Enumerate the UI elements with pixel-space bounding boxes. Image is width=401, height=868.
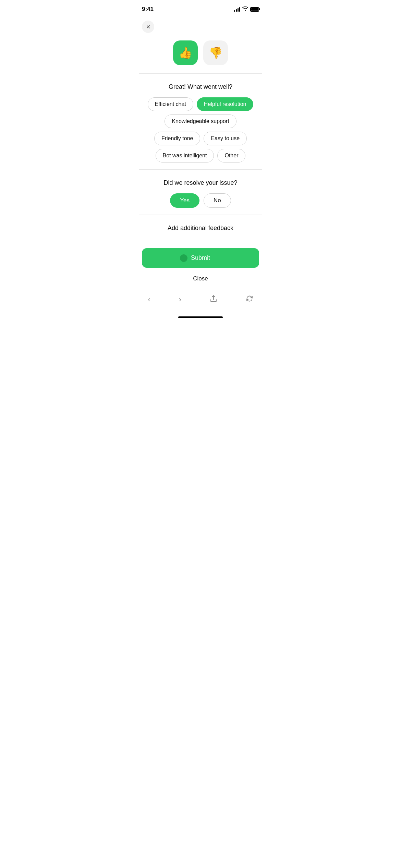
- close-x-icon: ✕: [146, 24, 150, 30]
- dismiss-button[interactable]: ✕: [142, 21, 154, 33]
- chip-bot-was-intelligent[interactable]: Bot was intelligent: [156, 149, 214, 162]
- chip-knowledgeable-support[interactable]: Knowledgeable support: [165, 114, 236, 128]
- chip-efficient-chat[interactable]: Efficient chat: [148, 97, 193, 111]
- resolve-yes-button[interactable]: Yes: [170, 193, 199, 208]
- refresh-button[interactable]: [239, 292, 260, 307]
- submit-button[interactable]: Submit: [142, 248, 259, 268]
- thumbs-down-icon: 👎: [209, 46, 222, 59]
- battery-icon: [250, 7, 259, 12]
- additional-feedback-section: Add additional feedback: [134, 215, 267, 244]
- chip-helpful-resolution[interactable]: Helpful resolution: [197, 97, 254, 111]
- bottom-nav: ‹ ›: [134, 287, 267, 314]
- question-title: Great! What went well?: [142, 83, 259, 91]
- resolve-title: Did we resolve your issue?: [142, 179, 259, 186]
- resolve-no-button[interactable]: No: [204, 193, 231, 208]
- signal-icon: [234, 7, 240, 12]
- status-icons: [234, 7, 259, 12]
- resolve-buttons: Yes No: [142, 193, 259, 208]
- share-button[interactable]: [203, 292, 224, 307]
- thumbs-up-button[interactable]: 👍: [173, 40, 198, 65]
- status-bar: 9:41: [134, 0, 267, 16]
- back-icon: ‹: [148, 295, 150, 304]
- chip-other[interactable]: Other: [217, 149, 245, 162]
- feedback-title: Add additional feedback: [142, 225, 259, 232]
- share-icon: [210, 296, 217, 304]
- forward-icon: ›: [179, 295, 181, 304]
- chip-easy-to-use[interactable]: Easy to use: [204, 132, 247, 145]
- status-time: 9:41: [142, 6, 154, 13]
- submit-dot-icon: [180, 254, 187, 262]
- resolve-section: Did we resolve your issue? Yes No: [134, 170, 267, 215]
- close-link[interactable]: Close: [134, 270, 267, 287]
- back-button[interactable]: ‹: [141, 292, 157, 307]
- thumbs-up-icon: 👍: [179, 46, 192, 59]
- rating-section: 👍 👎: [134, 37, 267, 73]
- forward-button[interactable]: ›: [172, 292, 188, 307]
- thumbs-down-button[interactable]: 👎: [203, 40, 228, 65]
- what-went-well-section: Great! What went well? Efficient chat He…: [134, 74, 267, 169]
- submit-section: Submit: [134, 244, 267, 270]
- refresh-icon: [246, 296, 253, 304]
- wifi-icon: [242, 7, 248, 12]
- submit-label: Submit: [191, 254, 210, 262]
- chips-container: Efficient chat Helpful resolution Knowle…: [142, 97, 259, 162]
- chip-friendly-tone[interactable]: Friendly tone: [154, 132, 200, 145]
- home-indicator: [178, 316, 223, 318]
